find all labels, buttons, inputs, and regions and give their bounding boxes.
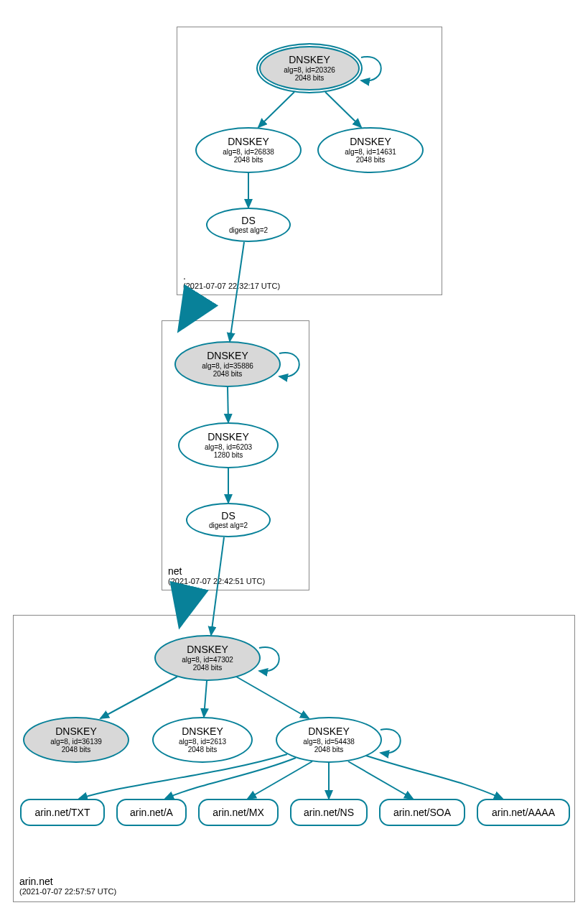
node-arin-k2-l1: alg=8, id=36139 (50, 738, 102, 746)
node-net-zsk-l2: 1280 bits (214, 451, 243, 460)
node-arin-zsk-l1: alg=8, id=54438 (303, 738, 355, 746)
node-root-ksk: DNSKEY alg=8, id=20326 2048 bits (256, 43, 363, 93)
rrset-ns-label: arin.net/NS (304, 807, 354, 818)
node-arin-ksk: DNSKEY alg=8, id=47302 2048 bits (154, 635, 261, 681)
node-root-ksk-title: DNSKEY (289, 54, 330, 65)
rrset-ns: arin.net/NS (290, 799, 368, 826)
node-root-zsk1: DNSKEY alg=8, id=26838 2048 bits (195, 127, 302, 173)
node-arin-k2-title: DNSKEY (55, 725, 97, 737)
node-root-zsk1-title: DNSKEY (228, 136, 269, 147)
node-root-ds-l1: digest alg=2 (229, 226, 268, 235)
node-net-ksk-l2: 2048 bits (213, 370, 243, 379)
node-root-zsk1-l1: alg=8, id=26838 (223, 148, 274, 157)
node-arin-k2-l2: 2048 bits (62, 746, 91, 754)
node-arin-zsk-title: DNSKEY (308, 725, 350, 737)
node-root-ksk-l1: alg=8, id=20326 (284, 66, 335, 75)
zone-root-ts: (2021-07-07 22:32:17 UTC) (183, 282, 280, 290)
rrset-mx: arin.net/MX (198, 799, 279, 826)
rrset-txt-label: arin.net/TXT (34, 807, 90, 818)
node-net-zsk: DNSKEY alg=8, id=6203 1280 bits (178, 422, 279, 468)
node-root-zsk2-title: DNSKEY (350, 136, 391, 147)
rrset-mx-label: arin.net/MX (213, 807, 264, 818)
node-root-zsk2-l1: alg=8, id=14631 (345, 148, 396, 157)
node-arin-k3-l2: 2048 bits (188, 746, 218, 754)
node-arin-k3-title: DNSKEY (182, 725, 223, 737)
node-arin-k2: DNSKEY alg=8, id=36139 2048 bits (23, 717, 129, 763)
rrset-a: arin.net/A (116, 799, 187, 826)
node-root-ds-title: DS (241, 215, 255, 226)
node-root-ksk-l2: 2048 bits (295, 74, 325, 83)
node-net-ksk-title: DNSKEY (207, 350, 248, 361)
node-net-zsk-l1: alg=8, id=6203 (205, 443, 252, 452)
node-root-zsk2-l2: 2048 bits (356, 156, 386, 164)
zone-net-ts: (2021-07-07 22:42:51 UTC) (168, 577, 265, 585)
node-net-ds: DS digest alg=2 (186, 503, 271, 537)
node-arin-k3-l1: alg=8, id=2613 (179, 738, 226, 746)
node-arin-ksk-l2: 2048 bits (193, 664, 223, 672)
node-root-zsk2: DNSKEY alg=8, id=14631 2048 bits (317, 127, 424, 173)
rrset-a-label: arin.net/A (130, 807, 173, 818)
node-net-ksk-l1: alg=8, id=35886 (202, 362, 253, 371)
rrset-aaaa-label: arin.net/AAAA (492, 807, 555, 818)
zone-root-name: . (183, 270, 280, 282)
zone-net-name: net (168, 565, 265, 577)
zone-arin-name: arin.net (19, 876, 116, 887)
rrset-txt: arin.net/TXT (20, 799, 105, 826)
node-net-zsk-title: DNSKEY (207, 431, 249, 442)
rrset-aaaa: arin.net/AAAA (477, 799, 570, 826)
zone-arin-ts: (2021-07-07 22:57:57 UTC) (19, 887, 116, 896)
node-arin-ksk-l1: alg=8, id=47302 (182, 656, 233, 664)
rrset-soa: arin.net/SOA (379, 799, 465, 826)
node-root-ds: DS digest alg=2 (206, 208, 291, 242)
node-net-ds-l1: digest alg=2 (209, 521, 248, 530)
node-arin-zsk: DNSKEY alg=8, id=54438 2048 bits (276, 717, 382, 763)
node-net-ksk: DNSKEY alg=8, id=35886 2048 bits (174, 341, 281, 387)
node-arin-zsk-l2: 2048 bits (314, 746, 344, 754)
node-arin-k3: DNSKEY alg=8, id=2613 2048 bits (152, 717, 253, 763)
rrset-soa-label: arin.net/SOA (393, 807, 451, 818)
node-net-ds-title: DS (221, 510, 235, 521)
node-arin-ksk-title: DNSKEY (187, 644, 228, 655)
node-root-zsk1-l2: 2048 bits (234, 156, 263, 164)
